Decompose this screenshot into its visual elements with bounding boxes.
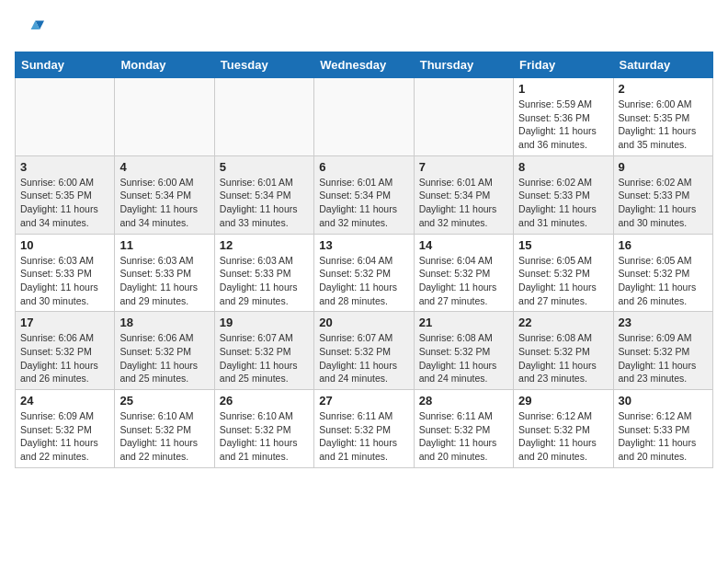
day-info: Sunrise: 6:04 AM Sunset: 5:32 PM Dayligh… [419,254,508,308]
day-info: Sunrise: 6:08 AM Sunset: 5:32 PM Dayligh… [518,331,608,385]
day-info: Sunrise: 6:09 AM Sunset: 5:32 PM Dayligh… [20,409,109,464]
day-info: Sunrise: 6:10 AM Sunset: 5:32 PM Dayligh… [220,409,309,464]
day-number: 17 [20,316,109,329]
calendar-cell: 20Sunrise: 6:07 AM Sunset: 5:32 PM Dayli… [314,312,414,390]
column-header-monday: Monday [115,52,214,78]
calendar-cell: 5Sunrise: 6:01 AM Sunset: 5:34 PM Daylig… [214,155,313,234]
calendar-cell: 11Sunrise: 6:03 AM Sunset: 5:33 PM Dayli… [115,234,214,312]
day-info: Sunrise: 6:11 AM Sunset: 5:32 PM Dayligh… [319,409,408,464]
day-number: 2 [619,82,708,96]
day-number: 4 [119,160,209,174]
day-info: Sunrise: 6:07 AM Sunset: 5:32 PM Dayligh… [220,331,309,385]
day-number: 9 [619,160,708,174]
calendar-cell: 30Sunrise: 6:12 AM Sunset: 5:33 PM Dayli… [613,390,712,468]
calendar-cell: 1Sunrise: 5:59 AM Sunset: 5:36 PM Daylig… [514,78,613,156]
day-number: 28 [419,394,508,408]
day-info: Sunrise: 6:05 AM Sunset: 5:32 PM Dayligh… [619,254,708,308]
logo-icon [15,15,44,44]
day-info: Sunrise: 6:06 AM Sunset: 5:32 PM Dayligh… [119,331,209,385]
day-number: 14 [419,238,508,252]
day-number: 18 [119,316,209,329]
day-number: 29 [518,394,608,408]
column-header-saturday: Saturday [613,52,712,78]
calendar-week-row: 10Sunrise: 6:03 AM Sunset: 5:33 PM Dayli… [16,234,713,312]
day-number: 8 [518,160,608,174]
calendar-cell: 12Sunrise: 6:03 AM Sunset: 5:33 PM Dayli… [214,234,313,312]
day-number: 5 [220,160,309,174]
day-info: Sunrise: 6:01 AM Sunset: 5:34 PM Dayligh… [319,176,408,230]
day-number: 20 [319,316,408,329]
day-info: Sunrise: 6:12 AM Sunset: 5:33 PM Dayligh… [619,409,708,464]
day-info: Sunrise: 6:12 AM Sunset: 5:32 PM Dayligh… [518,409,608,464]
calendar-cell [115,78,214,156]
calendar-week-row: 17Sunrise: 6:06 AM Sunset: 5:32 PM Dayli… [16,312,713,390]
calendar-cell: 19Sunrise: 6:07 AM Sunset: 5:32 PM Dayli… [214,312,313,390]
calendar-cell [16,78,115,156]
day-info: Sunrise: 6:04 AM Sunset: 5:32 PM Dayligh… [319,254,408,308]
calendar-cell: 9Sunrise: 6:02 AM Sunset: 5:33 PM Daylig… [613,155,712,234]
day-info: Sunrise: 6:00 AM Sunset: 5:34 PM Dayligh… [119,176,209,230]
calendar-cell: 17Sunrise: 6:06 AM Sunset: 5:32 PM Dayli… [16,312,115,390]
calendar-cell: 3Sunrise: 6:00 AM Sunset: 5:35 PM Daylig… [16,155,115,234]
day-info: Sunrise: 6:00 AM Sunset: 5:35 PM Dayligh… [20,176,109,230]
day-number: 25 [119,394,209,408]
column-header-friday: Friday [514,52,613,78]
calendar-week-row: 3Sunrise: 6:00 AM Sunset: 5:35 PM Daylig… [16,155,713,234]
day-number: 6 [319,160,408,174]
day-info: Sunrise: 6:10 AM Sunset: 5:32 PM Dayligh… [119,409,209,464]
day-info: Sunrise: 5:59 AM Sunset: 5:36 PM Dayligh… [518,98,608,152]
calendar-cell: 8Sunrise: 6:02 AM Sunset: 5:33 PM Daylig… [514,155,613,234]
calendar-cell: 25Sunrise: 6:10 AM Sunset: 5:32 PM Dayli… [115,390,214,468]
day-info: Sunrise: 6:03 AM Sunset: 5:33 PM Dayligh… [20,254,109,308]
day-number: 11 [119,238,209,252]
column-header-thursday: Thursday [414,52,513,78]
calendar-cell: 28Sunrise: 6:11 AM Sunset: 5:32 PM Dayli… [414,390,513,468]
day-info: Sunrise: 6:07 AM Sunset: 5:32 PM Dayligh… [319,331,408,385]
day-number: 15 [518,238,608,252]
day-info: Sunrise: 6:03 AM Sunset: 5:33 PM Dayligh… [220,254,309,308]
calendar-cell: 23Sunrise: 6:09 AM Sunset: 5:32 PM Dayli… [613,312,712,390]
column-header-sunday: Sunday [16,52,115,78]
day-number: 21 [419,316,508,329]
calendar-header-row: SundayMondayTuesdayWednesdayThursdayFrid… [16,52,713,78]
day-number: 16 [619,238,708,252]
day-info: Sunrise: 6:00 AM Sunset: 5:35 PM Dayligh… [619,98,708,152]
day-number: 3 [20,160,109,174]
calendar-table: SundayMondayTuesdayWednesdayThursdayFrid… [15,52,713,468]
logo [15,15,48,44]
column-header-wednesday: Wednesday [314,52,414,78]
day-number: 12 [220,238,309,252]
day-number: 19 [220,316,309,329]
calendar-cell: 13Sunrise: 6:04 AM Sunset: 5:32 PM Dayli… [314,234,414,312]
calendar-cell: 18Sunrise: 6:06 AM Sunset: 5:32 PM Dayli… [115,312,214,390]
page-header [15,15,713,44]
day-info: Sunrise: 6:01 AM Sunset: 5:34 PM Dayligh… [419,176,508,230]
calendar-cell: 21Sunrise: 6:08 AM Sunset: 5:32 PM Dayli… [414,312,513,390]
day-number: 24 [20,394,109,408]
day-number: 1 [518,82,608,96]
calendar-week-row: 1Sunrise: 5:59 AM Sunset: 5:36 PM Daylig… [16,78,713,156]
day-info: Sunrise: 6:01 AM Sunset: 5:34 PM Dayligh… [220,176,309,230]
calendar-cell: 27Sunrise: 6:11 AM Sunset: 5:32 PM Dayli… [314,390,414,468]
day-info: Sunrise: 6:06 AM Sunset: 5:32 PM Dayligh… [20,331,109,385]
day-info: Sunrise: 6:11 AM Sunset: 5:32 PM Dayligh… [419,409,508,464]
calendar-cell: 24Sunrise: 6:09 AM Sunset: 5:32 PM Dayli… [16,390,115,468]
day-info: Sunrise: 6:03 AM Sunset: 5:33 PM Dayligh… [119,254,209,308]
calendar-cell [314,78,414,156]
day-number: 22 [518,316,608,329]
day-info: Sunrise: 6:02 AM Sunset: 5:33 PM Dayligh… [518,176,608,230]
column-header-tuesday: Tuesday [214,52,313,78]
calendar-cell: 2Sunrise: 6:00 AM Sunset: 5:35 PM Daylig… [613,78,712,156]
calendar-cell: 14Sunrise: 6:04 AM Sunset: 5:32 PM Dayli… [414,234,513,312]
calendar-cell: 16Sunrise: 6:05 AM Sunset: 5:32 PM Dayli… [613,234,712,312]
calendar-cell: 7Sunrise: 6:01 AM Sunset: 5:34 PM Daylig… [414,155,513,234]
calendar-week-row: 24Sunrise: 6:09 AM Sunset: 5:32 PM Dayli… [16,390,713,468]
day-number: 27 [319,394,408,408]
calendar-cell [414,78,513,156]
day-number: 13 [319,238,408,252]
day-number: 30 [619,394,708,408]
calendar-cell: 22Sunrise: 6:08 AM Sunset: 5:32 PM Dayli… [514,312,613,390]
day-info: Sunrise: 6:09 AM Sunset: 5:32 PM Dayligh… [619,331,708,385]
calendar-cell: 6Sunrise: 6:01 AM Sunset: 5:34 PM Daylig… [314,155,414,234]
calendar-cell: 26Sunrise: 6:10 AM Sunset: 5:32 PM Dayli… [214,390,313,468]
